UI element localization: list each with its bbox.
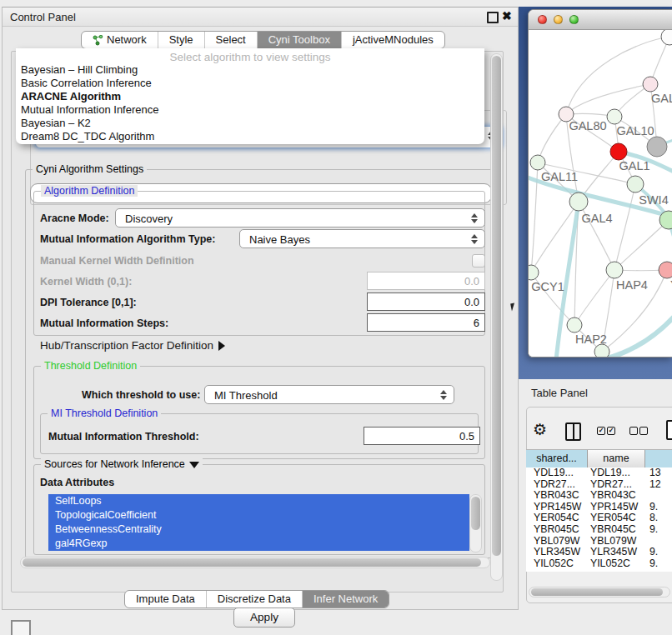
- algorithm-dropdown-placeholder: Select algorithm to view settings: [16, 48, 484, 63]
- algorithm-option[interactable]: Bayesian – K2: [16, 117, 484, 130]
- table-row[interactable]: YER054CYER054C8.: [526, 512, 672, 524]
- algorithm-option[interactable]: Bayesian – Hill Climbing: [16, 63, 484, 77]
- network-node[interactable]: [610, 143, 627, 160]
- network-node[interactable]: [661, 30, 672, 45]
- table-cell: 9.: [649, 502, 658, 513]
- table-row[interactable]: YIL052CYIL052C9.: [526, 558, 672, 570]
- table-row[interactable]: YDR27...YDR27...12: [526, 479, 672, 491]
- zoom-traffic-light-icon[interactable]: [569, 15, 579, 24]
- mi-steps-field[interactable]: [367, 313, 485, 332]
- network-edge[interactable]: [574, 270, 614, 325]
- data-attributes-list[interactable]: SelfLoopsTopologicalCoefficientBetweenne…: [48, 494, 469, 551]
- attribute-list-item[interactable]: SelfLoops: [48, 494, 469, 508]
- network-node[interactable]: [594, 344, 609, 357]
- network-view-window[interactable]: GALGAL80GAL10GAL1GAL11SWI4GAL4GCY1HAP4YH…: [528, 9, 672, 358]
- table-horizontal-scrollbar[interactable]: [529, 587, 670, 598]
- mi-threshold-label: Mutual Information Threshold:: [48, 431, 199, 442]
- table-row[interactable]: YBR043CYBR043C: [526, 490, 672, 502]
- aracne-mode-value: Discovery: [125, 212, 173, 225]
- table-row[interactable]: YLR345WYLR345W9.: [526, 547, 672, 558]
- close-icon[interactable]: ✖: [502, 9, 512, 22]
- network-window-titlebar[interactable]: [529, 10, 672, 30]
- attribute-list-item[interactable]: gal4RGexp: [48, 537, 469, 551]
- table-cell: 9.: [649, 524, 658, 536]
- mi-type-combobox[interactable]: Naive Bayes: [239, 229, 485, 248]
- algorithm-option[interactable]: ARACNE Algorithm: [16, 90, 484, 103]
- collapsed-panel-icon[interactable]: [11, 620, 31, 635]
- network-node[interactable]: [647, 137, 667, 157]
- tab-select[interactable]: Select: [204, 32, 257, 48]
- new-table-icon[interactable]: [666, 420, 672, 440]
- tab-infer-network[interactable]: Infer Network: [302, 591, 389, 608]
- table-cell: 9.: [649, 558, 658, 570]
- select-all-checkbox-icon[interactable]: ✓: [607, 427, 615, 435]
- tab-cyni-toolbox[interactable]: Cyni Toolbox: [257, 32, 341, 48]
- mi-threshold-field[interactable]: [364, 427, 480, 445]
- close-traffic-light-icon[interactable]: [538, 15, 547, 24]
- network-node[interactable]: [627, 176, 644, 192]
- tab-impute-data[interactable]: Impute Data: [125, 591, 206, 608]
- table-cell: YBR045C: [590, 524, 636, 536]
- apply-button[interactable]: Apply: [233, 608, 295, 628]
- column-header[interactable]: shared...: [526, 450, 588, 468]
- network-canvas[interactable]: GALGAL80GAL10GAL1GAL11SWI4GAL4GCY1HAP4YH…: [529, 30, 672, 357]
- which-threshold-combobox[interactable]: MI Threshold: [204, 385, 454, 404]
- attribute-list-item[interactable]: BetweennessCentrality: [48, 522, 469, 537]
- network-node[interactable]: [529, 265, 539, 280]
- table-cell: 8.: [649, 512, 658, 524]
- network-node[interactable]: [569, 192, 588, 211]
- mi-threshold-group-title: MI Threshold Definition: [48, 408, 161, 419]
- network-node[interactable]: [567, 318, 582, 332]
- table-row[interactable]: YDL19...YDL19...13: [526, 468, 672, 479]
- deselect-all-checkbox-icon[interactable]: [639, 427, 648, 435]
- table-row[interactable]: YBL079WYBL079W: [526, 536, 672, 548]
- tab-style[interactable]: Style: [158, 32, 204, 48]
- expander-arrow-icon: [218, 341, 225, 351]
- table-cell: 13: [649, 468, 661, 479]
- settings-vertical-scrollbar[interactable]: [490, 53, 503, 581]
- network-edge[interactable]: [538, 114, 566, 162]
- minimize-traffic-light-icon[interactable]: [554, 15, 563, 24]
- settings-horizontal-scrollbar[interactable]: [20, 557, 490, 568]
- table-row[interactable]: YBR045CYBR045C9.: [526, 524, 672, 536]
- deselect-all-checkbox-icon[interactable]: [629, 427, 638, 435]
- tab-label: Network: [107, 32, 147, 48]
- attributes-list-scrollbar[interactable]: [469, 494, 482, 552]
- tab-network[interactable]: Network: [82, 32, 158, 48]
- network-node[interactable]: [659, 262, 672, 278]
- network-node[interactable]: [530, 155, 545, 170]
- network-node[interactable]: [607, 109, 622, 124]
- network-node[interactable]: [606, 262, 623, 278]
- algorithm-option[interactable]: Mutual Information Inference: [16, 103, 484, 117]
- manual-kernel-checkbox[interactable]: [472, 254, 485, 268]
- gear-icon[interactable]: ⚙: [533, 420, 547, 439]
- control-panel-bottom-tabbar: Impute DataDiscretize DataInfer Network: [124, 590, 389, 608]
- network-node-label: GAL1: [619, 159, 649, 172]
- table-cell: YDR27...: [534, 479, 575, 491]
- algorithm-option[interactable]: Basic Correlation Inference: [16, 77, 484, 90]
- algorithm-option[interactable]: Dream8 DC_TDC Algorithm: [16, 130, 484, 143]
- attribute-list-item[interactable]: TopologicalCoefficient: [48, 508, 469, 522]
- float-window-icon[interactable]: [487, 12, 499, 23]
- mi-type-label: Mutual Information Algorithm Type:: [40, 233, 215, 245]
- sources-title-text: Sources for Network Inference: [44, 458, 185, 470]
- columns-icon[interactable]: [565, 422, 581, 441]
- column-header[interactable]: name: [588, 450, 645, 468]
- tab-jactivemnodules[interactable]: jActiveMNodules: [341, 32, 444, 48]
- hub-definition-expander[interactable]: Hub/Transcription Factor Definition: [40, 339, 225, 352]
- control-panel: Control Panel ✖ NetworkStyleSelectCyni T…: [2, 7, 519, 610]
- network-edge[interactable]: [614, 184, 635, 270]
- application-window: Control Panel ✖ NetworkStyleSelectCyni T…: [0, 0, 672, 635]
- sources-group-title[interactable]: Sources for Network Inference: [41, 458, 203, 470]
- aracne-mode-combobox[interactable]: Discovery: [115, 208, 485, 228]
- kernel-width-label: Kernel Width (0,1):: [40, 276, 132, 288]
- tab-discretize-data[interactable]: Discretize Data: [206, 591, 302, 608]
- kernel-width-field[interactable]: [367, 272, 485, 290]
- combo-spinner-icon: [471, 212, 479, 224]
- network-edge[interactable]: [614, 220, 669, 270]
- column-header[interactable]: [645, 450, 672, 468]
- select-all-checkbox-icon[interactable]: ✓: [597, 427, 605, 435]
- table-row[interactable]: YPR145WYPR145W9.: [526, 502, 672, 513]
- dpi-tolerance-field[interactable]: [367, 292, 485, 311]
- network-node[interactable]: [643, 77, 658, 92]
